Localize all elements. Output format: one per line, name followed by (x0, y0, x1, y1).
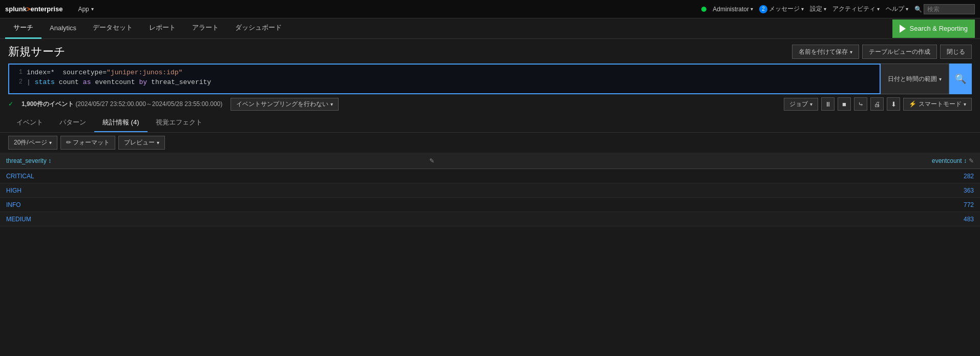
search-cmd: stats (35, 78, 55, 86)
table-row[interactable]: HIGH 363 (0, 183, 980, 198)
messages-menu[interactable]: 2 メッセージ ▾ (759, 5, 804, 13)
cell-event-high: 363 (441, 187, 980, 194)
smart-mode-button[interactable]: ⚡ スマートモード ▾ (903, 98, 972, 111)
app-menu[interactable]: App ▾ (73, 6, 98, 13)
event-value-critical: 282 (964, 173, 974, 180)
search-field: threat_severity (151, 78, 211, 86)
status-check-icon: ✓ (8, 100, 13, 108)
tab-patterns[interactable]: パターン (51, 114, 94, 132)
help-menu[interactable]: ヘルプ ▾ (886, 5, 908, 13)
save-label: 名前を付けて保存 (799, 48, 848, 56)
search-code-1: index=* sourcetype="juniper:junos:idp" (27, 69, 182, 76)
cell-threat-medium: MEDIUM (0, 216, 441, 223)
tab-events[interactable]: イベント (8, 114, 51, 132)
job-button[interactable]: ジョブ ▾ (784, 98, 818, 111)
subnav-item-reports[interactable]: レポート (141, 18, 184, 39)
subnav-datasets-label: データセット (93, 23, 133, 32)
search-line-2: 2 | stats count as eventcount by threat_… (14, 78, 874, 86)
search-count: count (59, 78, 79, 86)
save-button[interactable]: 名前を付けて保存 ▾ (792, 45, 859, 59)
search-line-1: 1 index=* sourcetype="juniper:junos:idp" (14, 69, 874, 76)
settings-label: 設定 (810, 5, 822, 13)
datetime-button[interactable]: 日付と時間の範囲 ▾ (881, 64, 949, 94)
search-input-box[interactable]: 1 index=* sourcetype="juniper:junos:idp"… (8, 64, 881, 94)
activity-menu[interactable]: アクティビティ ▾ (832, 5, 880, 13)
export-button[interactable]: ⬇ (887, 97, 900, 111)
page-header: 新規サーチ 名前を付けて保存 ▾ テーブルビューの作成 閉じる (0, 39, 980, 64)
app-menu-chevron-icon: ▾ (91, 6, 94, 12)
search-by: by (139, 78, 147, 86)
subnav-item-search[interactable]: サーチ (5, 18, 41, 39)
table-row[interactable]: CRITICAL 282 (0, 169, 980, 183)
event-count-text: 1,900件のイベント (2024/05/27 23:52:00.000～202… (22, 100, 222, 109)
settings-menu[interactable]: 設定 ▾ (810, 5, 826, 13)
subnav-item-dashboards[interactable]: ダッシュボード (227, 18, 290, 39)
table-view-button[interactable]: テーブルビューの作成 (862, 45, 937, 59)
messages-label: メッセージ (769, 5, 800, 13)
format-label: ✏ フォーマット (66, 138, 110, 147)
table-row[interactable]: INFO 772 (0, 198, 980, 212)
status-indicator-icon (701, 7, 706, 12)
pause-button[interactable]: ⏸ (821, 97, 835, 111)
messages-badge: 2 (759, 5, 767, 13)
sampling-button[interactable]: イベントサンプリングを行わない ▾ (231, 98, 339, 111)
job-label: ジョブ (789, 100, 808, 109)
pause-icon: ⏸ (825, 100, 831, 108)
search-reporting-arrow-icon (900, 25, 906, 33)
page-header-actions: 名前を付けて保存 ▾ テーブルビューの作成 閉じる (792, 45, 972, 59)
col-header-threat: threat_severity ↕ ✎ (0, 157, 441, 164)
preview-chevron-icon: ▾ (157, 140, 159, 145)
stop-button[interactable]: ■ (838, 97, 851, 111)
page-title: 新規サーチ (8, 44, 66, 59)
close-button[interactable]: 閉じる (940, 45, 972, 59)
print-button[interactable]: 🖨 (870, 97, 884, 111)
admin-chevron-icon: ▾ (750, 6, 753, 12)
preview-button[interactable]: プレビュー ▾ (118, 136, 165, 150)
subnav-search-label: サーチ (13, 23, 33, 32)
smart-mode-chevron-icon: ▾ (964, 101, 966, 107)
subnav-dashboards-label: ダッシュボード (235, 23, 282, 32)
col-threat-edit-icon[interactable]: ✎ (429, 157, 434, 164)
tab-events-label: イベント (16, 118, 43, 126)
search-nav-input[interactable] (924, 4, 975, 14)
tab-statistics-label: 統計情報 (4) (102, 118, 139, 126)
search-pipe: | (27, 78, 31, 86)
cell-threat-info: INFO (0, 201, 441, 208)
subnav-item-alerts[interactable]: アラート (184, 18, 227, 39)
print-icon: 🖨 (874, 100, 881, 108)
admin-menu[interactable]: Administrator ▾ (713, 6, 753, 13)
tab-statistics[interactable]: 統計情報 (4) (94, 114, 148, 132)
tab-visualization[interactable]: 視覚エフェクト (148, 114, 211, 132)
run-search-button[interactable]: 🔍 (949, 64, 972, 94)
share-icon: ⤷ (858, 100, 864, 108)
format-button[interactable]: ✏ フォーマット (60, 136, 115, 150)
per-page-chevron-icon: ▾ (49, 140, 52, 145)
search-icon: 🔍 (955, 73, 966, 85)
splunk-logo: splunk>enterprise (5, 5, 62, 13)
subnav-item-analytics[interactable]: Analytics (41, 18, 85, 39)
top-nav-right: Administrator ▾ 2 メッセージ ▾ 設定 ▾ アクティビティ ▾… (701, 4, 975, 14)
subnav-item-datasets[interactable]: データセット (85, 18, 141, 39)
table-row[interactable]: MEDIUM 483 (0, 212, 980, 226)
splunk-brand-text: splunk>enterprise (5, 5, 62, 13)
col-eventcount-edit-icon[interactable]: ✎ (969, 157, 974, 164)
save-chevron-icon: ▾ (850, 49, 852, 55)
col-header-eventcount: eventcount ↕ ✎ (441, 157, 980, 164)
search-nav-icon: 🔍 (914, 6, 922, 13)
col-eventcount-label[interactable]: eventcount ↕ (932, 157, 967, 164)
col-threat-label[interactable]: threat_severity ↕ (6, 157, 51, 164)
search-area: 1 index=* sourcetype="juniper:junos:idp"… (8, 64, 972, 94)
settings-chevron-icon: ▾ (824, 6, 826, 12)
help-chevron-icon: ▾ (906, 6, 908, 12)
lightning-icon: ⚡ (909, 100, 916, 108)
sampling-label: イベントサンプリングを行わない (236, 100, 328, 109)
preview-label: プレビュー (124, 138, 155, 147)
messages-chevron-icon: ▾ (801, 6, 804, 12)
tab-patterns-label: パターン (59, 118, 86, 126)
share-button[interactable]: ⤷ (854, 97, 867, 111)
cell-event-medium: 483 (441, 216, 980, 223)
search-reporting-button[interactable]: Search & Reporting (892, 19, 975, 38)
subnav-alerts-label: アラート (192, 23, 219, 32)
per-page-button[interactable]: 20件/ページ ▾ (8, 136, 57, 150)
smart-mode-label: スマートモード (919, 100, 962, 109)
